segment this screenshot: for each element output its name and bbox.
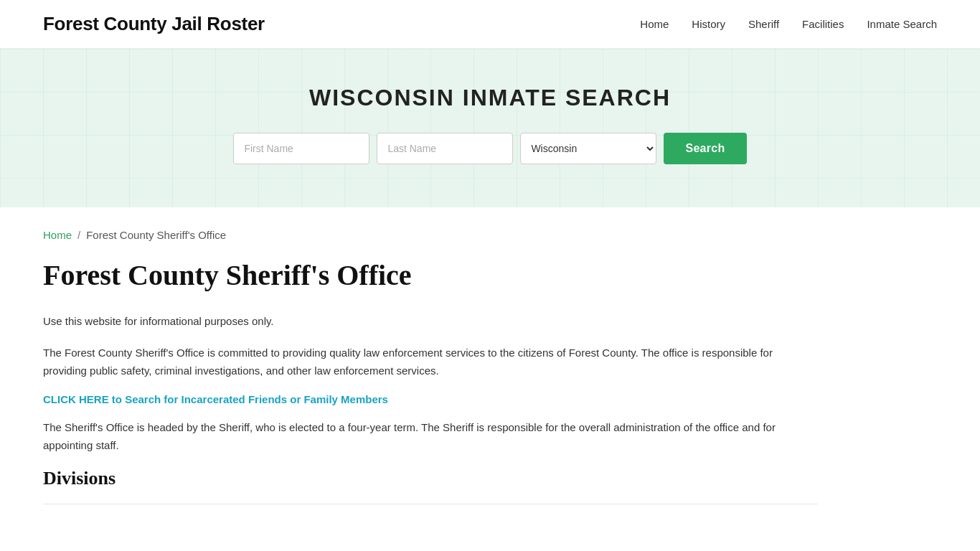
search-button[interactable]: Search xyxy=(664,133,746,164)
nav-item-facilities[interactable]: Facilities xyxy=(802,18,844,31)
divisions-heading: Divisions xyxy=(43,468,818,489)
breadcrumb-home-link[interactable]: Home xyxy=(43,229,72,241)
nav-link-facilities[interactable]: Facilities xyxy=(802,18,844,30)
page-title: Forest County Sheriff's Office xyxy=(43,258,818,292)
breadcrumb-separator: / xyxy=(77,229,80,241)
last-name-input[interactable] xyxy=(377,133,513,164)
sheriff-paragraph: The Sheriff's Office is headed by the Sh… xyxy=(43,418,818,455)
main-nav: Home History Sheriff Facilities Inmate S… xyxy=(640,18,937,31)
site-title: Forest County Jail Roster xyxy=(43,13,265,35)
nav-link-home[interactable]: Home xyxy=(640,18,669,30)
incarcerated-search-link[interactable]: CLICK HERE to Search for Incarcerated Fr… xyxy=(43,393,388,405)
inmate-search-form: Wisconsin Alabama Alaska Arizona Arkansa… xyxy=(233,133,746,164)
nav-link-history[interactable]: History xyxy=(692,18,725,30)
breadcrumb: Home / Forest County Sheriff's Office xyxy=(43,229,818,241)
nav-item-home[interactable]: Home xyxy=(640,18,669,31)
nav-link-inmate-search[interactable]: Inmate Search xyxy=(867,18,937,30)
hero-title: WISCONSIN INMATE SEARCH xyxy=(309,85,671,111)
description-paragraph: The Forest County Sheriff's Office is co… xyxy=(43,344,818,380)
nav-link-sheriff[interactable]: Sheriff xyxy=(748,18,779,30)
first-name-input[interactable] xyxy=(233,133,369,164)
main-content: Home / Forest County Sheriff's Office Fo… xyxy=(0,207,861,533)
intro-paragraph: Use this website for informational purpo… xyxy=(43,312,818,331)
nav-item-history[interactable]: History xyxy=(692,18,725,31)
site-header: Forest County Jail Roster Home History S… xyxy=(0,0,980,49)
nav-list: Home History Sheriff Facilities Inmate S… xyxy=(640,18,937,31)
nav-item-inmate-search[interactable]: Inmate Search xyxy=(867,18,937,31)
state-select[interactable]: Wisconsin Alabama Alaska Arizona Arkansa… xyxy=(520,133,656,164)
divider xyxy=(43,504,818,504)
nav-item-sheriff[interactable]: Sheriff xyxy=(748,18,779,31)
breadcrumb-current: Forest County Sheriff's Office xyxy=(86,229,226,241)
hero-banner: WISCONSIN INMATE SEARCH Wisconsin Alabam… xyxy=(0,49,980,207)
